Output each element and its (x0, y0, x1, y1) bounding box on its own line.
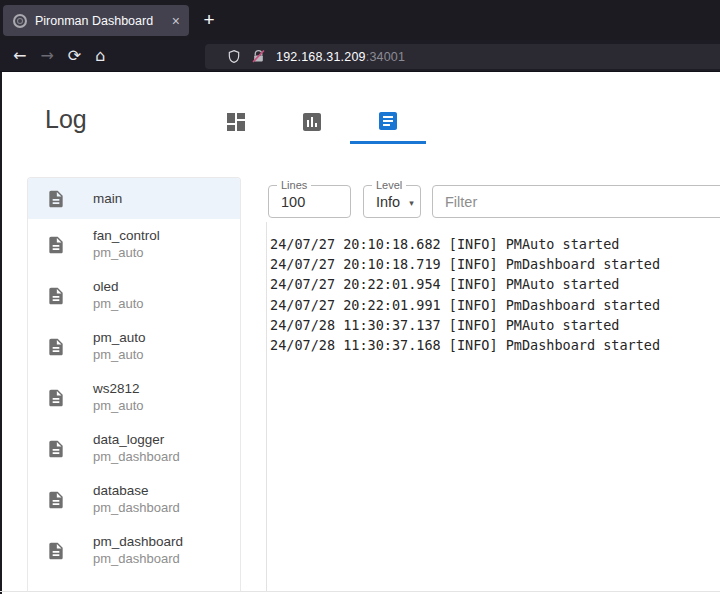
list-item-subtitle: pm_dashboard (93, 449, 180, 465)
lines-field: Lines (268, 185, 351, 218)
file-icon (46, 337, 66, 357)
list-item-subtitle: pm_auto (93, 398, 144, 414)
log-line: 24/07/28 11:30:37.137 [INFO] PMAuto star… (270, 315, 720, 335)
lines-field-label: Lines (277, 179, 311, 191)
list-item-subtitle: pm_dashboard (93, 500, 180, 516)
list-item-data-logger[interactable]: data_logger pm_dashboard (28, 423, 240, 474)
browser-window: Pironman Dashboard × + ← → ⟳ ⌂ 192.168.3… (0, 0, 720, 594)
list-item-subtitle: pm_dashboard (93, 551, 183, 567)
file-icon (46, 490, 66, 510)
log-article-icon (376, 109, 400, 133)
file-icon (46, 235, 66, 255)
list-item-title: oled (93, 279, 144, 295)
list-item-title: ws2812 (93, 381, 144, 397)
home-icon[interactable]: ⌂ (95, 48, 105, 64)
url-host-text: 192.168.31.209 (276, 50, 366, 64)
shield-permissions-icon[interactable] (227, 49, 241, 64)
list-item-title: main (93, 191, 122, 207)
list-item-fan-control[interactable]: fan_control pm_auto (28, 219, 240, 270)
log-output[interactable]: 24/07/27 20:10:18.682 [INFO] PMAuto star… (266, 222, 720, 592)
dashboard-grid-icon (224, 110, 248, 134)
log-line: 24/07/28 11:30:37.168 [INFO] PmDashboard… (270, 335, 720, 355)
list-item-oled[interactable]: oled pm_auto (28, 270, 240, 321)
filter-input[interactable] (433, 186, 720, 217)
list-item-subtitle: pm_auto (93, 245, 160, 261)
back-icon[interactable]: ← (13, 48, 26, 64)
page-title: Log (45, 105, 87, 134)
browser-tab-pironman-dashboard[interactable]: Pironman Dashboard × (3, 5, 189, 36)
url-host: 192.168.31.209:34001 (276, 50, 405, 64)
bar-chart-icon (300, 110, 324, 134)
forward-icon[interactable]: → (40, 48, 53, 64)
insecure-lock-icon[interactable] (252, 49, 265, 64)
list-item-title: pm_dashboard (93, 534, 183, 550)
reload-icon[interactable]: ⟳ (68, 48, 81, 64)
window-edge (0, 72, 2, 594)
log-panel: Lines Level Info ▾ 24/07/27 20:10:18.682… (267, 177, 720, 594)
filter-field (432, 185, 720, 218)
log-line: 24/07/27 20:22:01.954 [INFO] PMAuto star… (270, 274, 720, 294)
tab-history-chart[interactable] (274, 100, 350, 144)
list-item-pm-auto[interactable]: pm_auto pm_auto (28, 321, 240, 372)
new-tab-button[interactable]: + (197, 8, 221, 32)
level-field-label: Level (372, 179, 406, 191)
list-item-subtitle: pm_auto (93, 296, 144, 312)
list-item-database[interactable]: database pm_dashboard (28, 474, 240, 525)
file-icon (46, 189, 66, 209)
browser-tabstrip: Pironman Dashboard × + (0, 0, 720, 40)
level-field[interactable]: Level Info ▾ (363, 185, 421, 218)
file-icon (46, 541, 66, 561)
bottom-divider (0, 591, 720, 592)
tab-log[interactable] (350, 100, 426, 144)
list-item-subtitle: pm_auto (93, 347, 146, 363)
pironman-favicon-icon (13, 14, 27, 28)
file-icon (46, 286, 66, 306)
file-icon (46, 388, 66, 408)
list-item-title: database (93, 483, 180, 499)
tab-close-icon[interactable]: × (172, 14, 180, 28)
list-item-title: pm_auto (93, 330, 146, 346)
list-item-title: fan_control (93, 228, 160, 244)
list-item-title: data_logger (93, 432, 180, 448)
list-item-pm-dashboard[interactable]: pm_dashboard pm_dashboard (28, 525, 240, 576)
level-selected-value: Info (364, 194, 400, 210)
chevron-down-icon: ▾ (409, 198, 414, 208)
url-bar[interactable]: 192.168.31.209:34001 (205, 44, 720, 69)
list-item-ws2812[interactable]: ws2812 pm_auto (28, 372, 240, 423)
page-content: Log (0, 72, 720, 594)
list-item-main[interactable]: main (28, 178, 240, 219)
view-tabs (198, 100, 426, 144)
url-port-text: :34001 (366, 50, 405, 64)
log-line: 24/07/27 20:10:18.719 [INFO] PmDashboard… (270, 254, 720, 274)
tab-title: Pironman Dashboard (35, 14, 153, 28)
log-line: 24/07/27 20:10:18.682 [INFO] PMAuto star… (270, 234, 720, 254)
log-file-list: main fan_control pm_auto oled pm_aut (27, 177, 241, 592)
log-line: 24/07/27 20:22:01.991 [INFO] PmDashboard… (270, 295, 720, 315)
file-icon (46, 439, 66, 459)
tab-dashboard[interactable] (198, 100, 274, 144)
